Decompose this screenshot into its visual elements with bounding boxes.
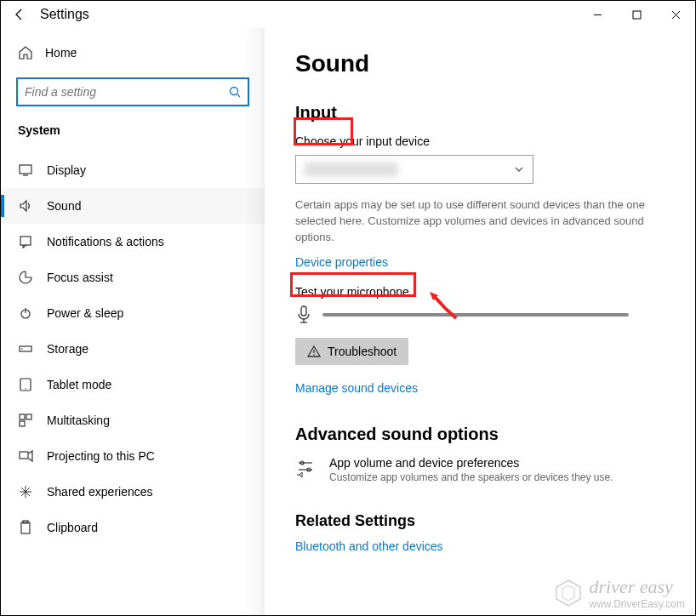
sidebar-item-focus-assist[interactable]: Focus assist [1, 260, 265, 295]
sidebar-item-label: Sound [47, 199, 81, 213]
sidebar-item-projecting[interactable]: Projecting to this PC [1, 438, 265, 474]
sound-icon [18, 198, 33, 214]
page-heading: Sound [295, 50, 671, 77]
main-content: Sound Input Choose your input device Cer… [265, 28, 695, 615]
projecting-icon [18, 448, 33, 464]
highlight-input-heading [294, 117, 353, 145]
svg-rect-9 [20, 346, 31, 351]
svg-rect-1 [633, 11, 641, 19]
storage-icon [18, 341, 33, 356]
warning-icon [307, 345, 321, 358]
multitasking-icon [18, 413, 33, 428]
sidebar: Home System Display Sound [1, 28, 265, 615]
search-input[interactable] [25, 85, 229, 99]
troubleshoot-label: Troubleshoot [328, 345, 396, 358]
sidebar-item-display[interactable]: Display [1, 152, 265, 188]
notifications-icon [18, 234, 33, 249]
display-icon [18, 163, 33, 178]
sidebar-item-notifications[interactable]: Notifications & actions [1, 224, 265, 260]
svg-line-3 [237, 94, 241, 98]
sidebar-item-label: Power & sleep [47, 306, 123, 320]
chevron-down-icon [514, 164, 524, 174]
sidebar-section-label: System [1, 120, 265, 152]
sidebar-item-label: Multitasking [47, 414, 110, 427]
home-label: Home [45, 46, 77, 60]
sidebar-item-shared[interactable]: Shared experiences [1, 474, 265, 510]
sidebar-item-storage[interactable]: Storage [1, 331, 265, 367]
selected-device-blurred [305, 163, 398, 176]
advanced-heading: Advanced sound options [295, 425, 671, 444]
focus-assist-icon [18, 270, 33, 285]
related-heading: Related Settings [295, 512, 671, 530]
sidebar-item-label: Focus assist [47, 271, 113, 284]
sidebar-item-label: Tablet mode [47, 378, 111, 391]
home-nav[interactable]: Home [1, 37, 265, 69]
svg-rect-15 [20, 421, 25, 426]
input-description: Certain apps may be set up to use differ… [295, 197, 670, 246]
highlight-device-properties [290, 272, 416, 297]
sidebar-item-clipboard[interactable]: Clipboard [1, 510, 265, 545]
sidebar-item-power-sleep[interactable]: Power & sleep [1, 295, 265, 331]
svg-rect-6 [20, 237, 31, 245]
sliders-icon [295, 458, 316, 478]
input-device-select[interactable] [295, 155, 533, 184]
close-button[interactable] [656, 1, 695, 28]
svg-rect-19 [301, 306, 306, 316]
mic-level-bar [322, 313, 629, 317]
device-properties-link[interactable]: Device properties [295, 255, 388, 269]
svg-point-10 [21, 348, 23, 350]
troubleshoot-button[interactable]: Troubleshoot [295, 338, 408, 365]
svg-point-12 [25, 388, 26, 389]
maximize-button[interactable] [617, 1, 656, 28]
shared-icon [18, 484, 33, 499]
sidebar-item-tablet-mode[interactable]: Tablet mode [1, 367, 265, 402]
clipboard-icon [18, 520, 33, 535]
back-button[interactable] [13, 8, 26, 21]
svg-rect-4 [20, 165, 31, 174]
svg-rect-13 [20, 414, 25, 419]
minimize-button[interactable] [578, 1, 617, 28]
microphone-icon [295, 305, 312, 324]
sidebar-item-label: Projecting to this PC [47, 449, 155, 463]
power-icon [18, 305, 33, 321]
sidebar-item-label: Storage [47, 342, 88, 356]
home-icon [18, 45, 33, 60]
adv-row-title: App volume and device preferences [329, 456, 613, 470]
svg-rect-16 [20, 452, 28, 459]
adv-row-sub: Customize app volumes and the speakers o… [329, 471, 613, 483]
svg-point-23 [313, 354, 315, 356]
svg-rect-14 [26, 414, 31, 419]
sidebar-item-label: Clipboard [47, 521, 98, 534]
window-title: Settings [40, 7, 89, 22]
bluetooth-link[interactable]: Bluetooth and other devices [295, 539, 443, 553]
search-icon [229, 86, 241, 98]
app-volume-row[interactable]: App volume and device preferences Custom… [295, 456, 671, 483]
sidebar-item-label: Notifications & actions [47, 235, 164, 248]
svg-rect-17 [21, 522, 30, 533]
tablet-icon [18, 377, 33, 392]
sidebar-item-label: Display [47, 163, 86, 177]
sidebar-item-multitasking[interactable]: Multitasking [1, 402, 265, 438]
search-input-wrapper[interactable] [16, 77, 249, 106]
sidebar-item-sound[interactable]: Sound [1, 188, 265, 224]
svg-point-2 [231, 88, 238, 95]
manage-sound-link[interactable]: Manage sound devices [295, 381, 418, 395]
sidebar-item-label: Shared experiences [47, 485, 153, 499]
